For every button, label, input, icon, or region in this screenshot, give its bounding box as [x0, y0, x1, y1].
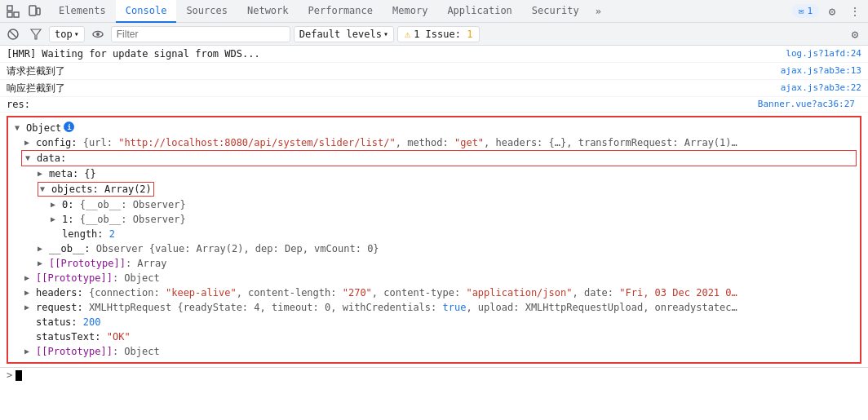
- more-options-button[interactable]: ⋮: [845, 2, 865, 21]
- log-source-link[interactable]: ajax.js?ab3e:13: [781, 64, 868, 77]
- settings-button[interactable]: ⚙: [822, 2, 842, 21]
- prototype-array-text: [[Prototype]]: Array: [49, 257, 167, 270]
- object-label: Object: [26, 122, 61, 135]
- svg-point-9: [96, 33, 100, 36]
- tab-sources[interactable]: Sources: [176, 0, 237, 23]
- meta-line[interactable]: meta: {}: [8, 166, 860, 181]
- console-settings-button[interactable]: ⚙: [845, 24, 865, 44]
- data-label: data:: [37, 152, 66, 165]
- length-text: length: 2: [62, 228, 115, 241]
- console-toolbar: top ▾ Default levels ▾ ⚠ 1 Issue: 1 ⚙: [0, 23, 868, 46]
- log-line: [HMR] Waiting for update signal from WDS…: [0, 46, 868, 63]
- prototype-object-line[interactable]: [[Prototype]]: Object: [8, 271, 860, 285]
- objects-highlight: objects: Array(2): [38, 182, 154, 197]
- tab-security[interactable]: Security: [522, 0, 589, 23]
- statustext-text: statusText: "OK": [36, 330, 131, 343]
- res-source-link[interactable]: Banner.vue?ac36:27: [758, 99, 861, 110]
- svg-line-6: [10, 31, 16, 38]
- object-tree: Object i config: {url: "http://localhost…: [7, 116, 861, 364]
- prototype-object-final-text: [[Prototype]]: Object: [36, 345, 160, 358]
- config-line[interactable]: config: {url: "http://localhost:8080/api…: [8, 135, 860, 150]
- object-root[interactable]: Object i: [8, 121, 860, 135]
- tab-performance[interactable]: Performance: [299, 0, 383, 23]
- tab-elements[interactable]: Elements: [49, 0, 116, 23]
- prototype-object-final-line[interactable]: [[Prototype]]: Object: [8, 344, 860, 359]
- triangle-icon[interactable]: [51, 198, 60, 211]
- tab-network[interactable]: Network: [237, 0, 299, 23]
- svg-marker-7: [31, 29, 41, 39]
- prototype-object-text: [[Prototype]]: Object: [36, 272, 160, 285]
- log-levels-selector[interactable]: Default levels ▾: [294, 26, 394, 42]
- tab-right-actions: ✉ 1 ⚙ ⋮: [792, 2, 865, 21]
- toolbar-right: ⚙: [845, 24, 865, 44]
- log-line: 响应拦截到了 ajax.js?ab3e:22: [0, 80, 868, 97]
- tab-console[interactable]: Console: [116, 0, 177, 23]
- log-source-link[interactable]: ajax.js?ab3e:22: [781, 82, 868, 95]
- warning-icon: ⚠: [405, 29, 410, 40]
- data-line[interactable]: data:: [21, 150, 857, 166]
- triangle-icon[interactable]: [51, 213, 60, 226]
- issues-button[interactable]: ⚠ 1 Issue: 1: [397, 26, 480, 42]
- log-text: 响应拦截到了: [7, 82, 781, 95]
- more-tabs-button[interactable]: »: [589, 0, 608, 23]
- log-text: [HMR] Waiting for update signal from WDS…: [7, 47, 786, 60]
- request-text: request: XMLHttpRequest {readyState: 4, …: [36, 301, 737, 314]
- svg-rect-0: [7, 6, 12, 11]
- triangle-icon[interactable]: [24, 301, 34, 314]
- triangle-icon[interactable]: [24, 345, 34, 358]
- triangle-icon[interactable]: [15, 122, 24, 135]
- log-line: 请求拦截到了 ajax.js?ab3e:13: [0, 63, 868, 80]
- triangle-icon[interactable]: [24, 286, 34, 299]
- prototype-array-line[interactable]: [[Prototype]]: Array: [8, 256, 860, 271]
- config-text: config: {url: "http://localhost:8080/api…: [36, 136, 737, 149]
- tab-application[interactable]: Application: [437, 0, 521, 23]
- triangle-icon[interactable]: [38, 242, 47, 255]
- length-line: length: 2: [8, 227, 860, 241]
- clear-console-button[interactable]: [3, 24, 23, 44]
- levels-chevron-icon: ▾: [383, 29, 388, 38]
- meta-text: meta: {}: [49, 167, 96, 180]
- eye-button[interactable]: [88, 24, 108, 44]
- device-icon[interactable]: [24, 2, 44, 21]
- tab-icons: [3, 2, 44, 21]
- console-prompt: >: [0, 367, 868, 382]
- context-selector[interactable]: top ▾: [49, 26, 85, 42]
- status-text: status: 200: [36, 316, 100, 329]
- ob-line[interactable]: __ob__: Observer {value: Array(2), dep: …: [8, 241, 860, 256]
- objects-line[interactable]: objects: Array(2): [8, 181, 154, 197]
- status-line: status: 200: [8, 315, 860, 329]
- res-label: res:: [7, 99, 30, 110]
- tab-memory[interactable]: Memory: [383, 0, 437, 23]
- console-output: [HMR] Waiting for update signal from WDS…: [0, 46, 868, 420]
- status-text-line: statusText: "OK": [8, 329, 860, 344]
- request-line[interactable]: request: XMLHttpRequest {readyState: 4, …: [8, 300, 860, 315]
- log-source-link[interactable]: log.js?1afd:24: [786, 47, 868, 60]
- objects-text: objects: Array(2): [51, 183, 152, 196]
- item-1-text: 1: {__ob__: Observer}: [62, 213, 186, 226]
- headers-text: headers: {connection: "keep-alive", cont…: [36, 286, 737, 299]
- array-item-0[interactable]: 0: {__ob__: Observer}: [8, 197, 860, 212]
- item-0-text: 0: {__ob__: Observer}: [62, 198, 186, 211]
- triangle-icon[interactable]: [24, 272, 34, 285]
- res-line: res: Banner.vue?ac36:27: [0, 97, 868, 113]
- headers-line[interactable]: headers: {connection: "keep-alive", cont…: [8, 285, 860, 300]
- triangle-icon[interactable]: [38, 167, 47, 180]
- filter-input[interactable]: [111, 26, 290, 42]
- cursor: [16, 370, 22, 381]
- svg-rect-2: [7, 12, 12, 17]
- inspect-icon[interactable]: [3, 2, 23, 21]
- triangle-icon[interactable]: [25, 152, 35, 165]
- array-item-1[interactable]: 1: {__ob__: Observer}: [8, 212, 860, 227]
- messages-badge[interactable]: ✉ 1: [792, 4, 819, 18]
- info-icon: i: [64, 122, 74, 132]
- svg-rect-1: [14, 12, 19, 17]
- ob-text: __ob__: Observer {value: Array(2), dep: …: [49, 242, 379, 255]
- tab-bar: Elements Console Sources Network Perform…: [0, 0, 868, 23]
- svg-rect-3: [29, 6, 36, 15]
- triangle-icon[interactable]: [40, 183, 50, 196]
- triangle-icon[interactable]: [24, 136, 34, 149]
- context-chevron-icon: ▾: [74, 29, 79, 38]
- triangle-icon[interactable]: [38, 257, 47, 270]
- prompt-arrow-icon: >: [7, 369, 12, 381]
- filter-icon[interactable]: [26, 24, 46, 44]
